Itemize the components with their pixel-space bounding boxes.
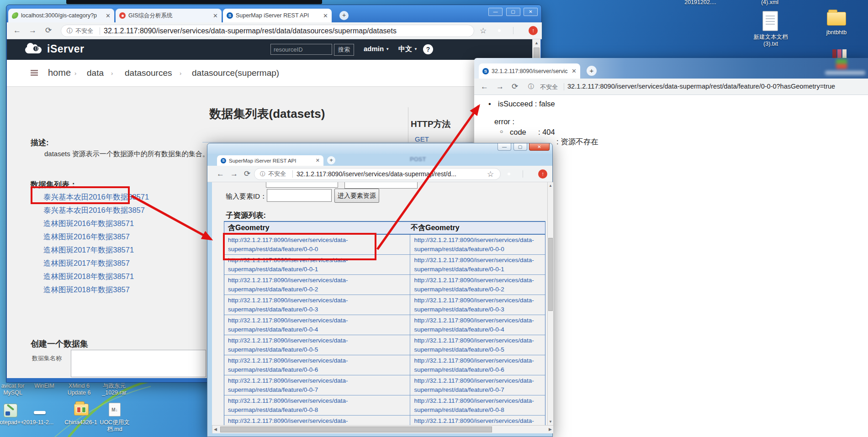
feature-url-link[interactable]: http://32.1.2.117:8090/iserver/services/… xyxy=(228,236,410,245)
scroll-down-icon[interactable]: ▼ xyxy=(548,420,553,424)
breadcrumb-datasources[interactable]: datasources xyxy=(125,68,172,78)
forward-icon[interactable]: → xyxy=(496,83,504,90)
feature-url-link[interactable]: http://32.1.2.117:8090/iserver/services/… xyxy=(414,356,545,365)
maximize-button[interactable]: ▢ xyxy=(506,8,520,16)
feature-url-link[interactable]: supermap/rest/data/feature/0-0-5 xyxy=(414,345,545,354)
dataset-link[interactable]: 造林图斑2016年数据38571 xyxy=(43,219,194,232)
back-icon[interactable]: ← xyxy=(217,170,224,178)
refresh-icon[interactable]: ⟳ xyxy=(244,170,250,178)
feature-url-link[interactable]: supermap/rest/data/feature/0-0-3 xyxy=(414,305,545,314)
feature-url-link[interactable]: supermap/rest/data/feature/0-0-8 xyxy=(414,405,545,415)
dataset-link[interactable]: 造林图斑2018年数据38571 xyxy=(43,272,194,285)
omnibox[interactable]: ⓘ 不安全 32.1.2.117:8090/iserver/services/d… xyxy=(61,25,474,37)
tab-gis-system[interactable]: GIS综合分析系统 ✕ xyxy=(116,9,222,22)
desktop-label-xml[interactable]: (4).xml xyxy=(745,0,795,6)
breadcrumb-home[interactable]: home xyxy=(48,68,71,78)
bookmark-star-icon[interactable]: ☆ xyxy=(487,169,494,179)
tab-close-icon[interactable]: ✕ xyxy=(316,158,320,163)
dataset-link[interactable]: 泰兴基本农田2016年数据38571 xyxy=(43,192,194,205)
feature-url-link[interactable]: http://32.1.2.117:8090/iserver/services/… xyxy=(228,376,410,385)
back-icon[interactable]: ← xyxy=(13,26,21,34)
new-tab-button[interactable]: + xyxy=(587,66,597,76)
breadcrumb-data[interactable]: data xyxy=(87,68,104,78)
desktop-icon-xmind[interactable]: XMind 6Update 6 xyxy=(66,383,92,396)
iserver-logo[interactable] xyxy=(25,47,42,53)
feature-url-link[interactable]: http://32.1.2.117:8090/iserver/services/… xyxy=(414,276,545,285)
feature-url-link[interactable]: http://32.1.2.117:8090/iserver/services/… xyxy=(228,316,410,325)
info-icon[interactable]: ⓘ xyxy=(67,27,73,35)
download-manager-icon[interactable]: ↑ xyxy=(538,169,547,179)
feature-url-link[interactable]: supermap/rest/data/feature/0-0-7 xyxy=(414,385,545,395)
feature-url-link[interactable]: http://32.1.2.117:8090/iserver/services/… xyxy=(414,376,545,385)
feature-url-link[interactable]: supermap/rest/data/feature/0-0-8 xyxy=(228,405,410,415)
language-menu[interactable]: 中文▼ xyxy=(398,45,418,53)
scroll-right-icon[interactable]: ▶ xyxy=(549,427,552,432)
feature-url-link[interactable]: supermap/rest/data/feature/0-0-2 xyxy=(228,285,410,294)
popup-tab[interactable]: S SuperMap iServer REST API ✕ xyxy=(217,155,323,166)
forward-icon[interactable]: → xyxy=(29,26,37,34)
desktop-label-cut[interactable]: 20191202.... xyxy=(671,0,730,6)
dataset-link[interactable]: 泰兴基本农田2016年数据3857 xyxy=(43,205,194,219)
menu-icon[interactable] xyxy=(31,70,38,71)
url-text[interactable]: 32.1.2.117:8090/iserver/services/data-su… xyxy=(296,170,456,178)
feature-url-link[interactable]: supermap/rest/data/feature/0-0-5 xyxy=(228,345,410,354)
enter-feature-button[interactable]: 进入要素资源 xyxy=(334,189,379,203)
dataset-link[interactable]: 造林图斑2017年数据38571 xyxy=(43,245,194,258)
popup-vscrollbar[interactable]: ▲ ▼ xyxy=(547,182,553,425)
desktop-icon-books[interactable] xyxy=(832,49,851,58)
desktop-icon-rar[interactable]: 与政东元_1029.rar xyxy=(101,383,128,396)
feature-id-input[interactable] xyxy=(267,189,332,202)
feature-url-link[interactable]: http://32.1.2.117:8090/iserver/services/… xyxy=(228,276,410,285)
feature-url-link[interactable]: supermap/rest/data/feature/0-0-0 xyxy=(414,245,545,254)
scroll-thumb[interactable] xyxy=(548,238,553,311)
feature-url-link[interactable]: http://32.1.2.117:8090/iserver/services/… xyxy=(414,396,545,405)
info-icon[interactable]: ⓘ xyxy=(528,83,534,90)
close-button[interactable]: ✕ xyxy=(524,8,538,16)
desktop-icon-navicat[interactable]: avicat forMySQL xyxy=(0,383,26,396)
feature-url-link[interactable]: http://32.1.2.117:8090/iserver/services/… xyxy=(414,416,545,425)
feature-url-link[interactable]: http://32.1.2.117:8090/iserver/services/… xyxy=(228,296,410,305)
refresh-icon[interactable]: ⟳ xyxy=(512,83,518,90)
feature-url-link[interactable]: http://32.1.2.117:8090/iserver/services/… xyxy=(228,416,410,425)
info-icon[interactable]: ⓘ xyxy=(260,170,265,178)
feature-url-link[interactable]: supermap/rest/data/feature/0-0-6 xyxy=(228,365,410,374)
dataset-link[interactable]: 造林图斑2018年数据3857 xyxy=(43,285,194,298)
refresh-icon[interactable]: ⟳ xyxy=(45,26,52,34)
breadcrumb-datasource-supermap[interactable]: datasource(supermap) xyxy=(192,68,279,78)
back-icon[interactable]: ← xyxy=(481,83,488,90)
feature-url-link[interactable]: http://32.1.2.117:8090/iserver/services/… xyxy=(414,336,545,345)
tab-close-icon[interactable]: ✕ xyxy=(572,68,577,74)
tab-close-icon[interactable]: ✕ xyxy=(323,13,328,19)
feature-url-link[interactable]: supermap/rest/data/feature/0-0-3 xyxy=(228,305,410,314)
dataset-name-input[interactable] xyxy=(71,350,206,377)
popup-hscrollbar[interactable]: ◀ ▶ xyxy=(212,425,553,433)
download-manager-icon[interactable]: ↑ xyxy=(529,26,538,35)
feature-url-link[interactable]: http://32.1.2.117:8090/iserver/services/… xyxy=(228,356,410,365)
feature-url-link[interactable]: supermap/rest/data/feature/0-0-7 xyxy=(228,385,410,395)
tab-localhost[interactable]: localhost:3000/gis-category?p ✕ xyxy=(8,9,114,22)
search-button[interactable]: 搜索 xyxy=(334,44,354,56)
feature-url-link[interactable]: supermap/rest/data/feature/0-0-1 xyxy=(414,265,545,274)
bookmark-star-icon[interactable]: ☆ xyxy=(480,26,487,36)
desktop-icon-wineim[interactable]: WinEIM xyxy=(32,383,57,390)
minimize-button[interactable]: — xyxy=(498,143,511,151)
tab-close-icon[interactable]: ✕ xyxy=(213,13,218,19)
scroll-thumb[interactable] xyxy=(220,426,492,432)
feature-url-link[interactable]: http://32.1.2.117:8090/iserver/services/… xyxy=(414,316,545,325)
feature-url-link[interactable]: supermap/rest/data/feature/0-0-4 xyxy=(414,325,545,334)
feature-url-link[interactable]: supermap/rest/data/feature/0-0-6 xyxy=(414,365,545,374)
dataset-link[interactable]: 造林图斑2017年数据3857 xyxy=(43,258,194,272)
omnibox[interactable]: ⓘ 不安全 32.1.2.117:8090/iserver/services/d… xyxy=(254,168,501,180)
forward-icon[interactable]: → xyxy=(230,170,238,178)
cut-input-box[interactable] xyxy=(266,182,338,188)
close-button[interactable]: ✕ xyxy=(529,143,550,151)
feature-url-link[interactable]: http://32.1.2.117:8090/iserver/services/… xyxy=(228,336,410,345)
scroll-left-icon[interactable]: ◀ xyxy=(214,427,217,432)
dataset-link[interactable]: 造林图斑2016年数据3857 xyxy=(43,232,194,245)
right-window-tab[interactable]: S 32.1.2.117:8090/iserver/servic ✕ xyxy=(479,63,580,79)
new-tab-button[interactable]: + xyxy=(339,11,349,20)
cut-button-box[interactable] xyxy=(344,182,418,189)
admin-menu[interactable]: admin▼ xyxy=(364,45,389,53)
feature-url-link[interactable]: http://32.1.2.117:8090/iserver/services/… xyxy=(414,296,545,305)
scroll-up-icon[interactable]: ▲ xyxy=(548,184,553,188)
